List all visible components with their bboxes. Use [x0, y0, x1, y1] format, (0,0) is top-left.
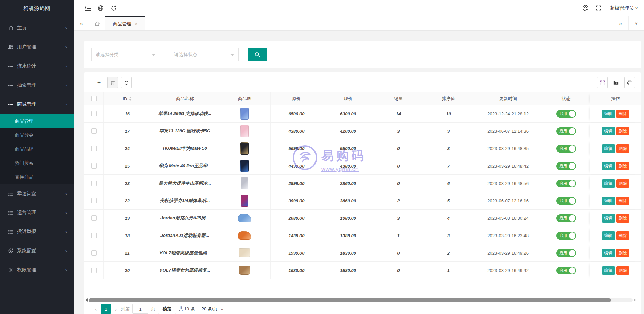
print-icon[interactable]: [624, 77, 635, 88]
status-toggle[interactable]: 启用: [556, 145, 576, 153]
confirm-page-button[interactable]: 确定: [158, 304, 176, 314]
sidebar-subitem-3[interactable]: 热门搜索: [0, 156, 74, 170]
sort-icon[interactable]: [129, 97, 132, 101]
product-image[interactable]: [240, 108, 249, 120]
sidebar-subitem-0[interactable]: 商品管理: [0, 114, 74, 128]
edit-button[interactable]: 编辑: [602, 110, 615, 118]
category-select[interactable]: 请选择分类: [91, 48, 160, 61]
row-checkbox[interactable]: [91, 233, 97, 238]
sidebar-item-2[interactable]: 流水统计∨: [0, 57, 74, 76]
sidebar-item-5[interactable]: 幸运盲盒∨: [0, 184, 74, 203]
page-size-select[interactable]: 20 条/页 ⌄: [198, 304, 227, 314]
edit-button[interactable]: 编辑: [602, 266, 615, 275]
edit-button[interactable]: 编辑: [602, 162, 615, 170]
delete-selected-button[interactable]: [107, 77, 118, 88]
row-checkbox[interactable]: [91, 268, 97, 273]
edit-button[interactable]: 编辑: [602, 197, 615, 205]
row-checkbox[interactable]: [91, 111, 97, 116]
row-checkbox[interactable]: [91, 181, 97, 186]
sidebar-item-8[interactable]: 系统配置∨: [0, 241, 74, 260]
goto-page-input[interactable]: [132, 304, 148, 314]
cell-sort: 10: [423, 105, 474, 122]
status-toggle[interactable]: 启用: [556, 232, 576, 240]
status-toggle[interactable]: 启用: [556, 214, 576, 222]
row-checkbox[interactable]: [91, 250, 97, 256]
product-image[interactable]: [238, 231, 251, 240]
sidebar-item-4[interactable]: 商城管理∧: [0, 95, 74, 114]
refresh-table-button[interactable]: [121, 77, 132, 88]
status-toggle[interactable]: 启用: [556, 249, 576, 257]
edit-button[interactable]: 编辑: [602, 249, 615, 257]
delete-button[interactable]: 删除: [616, 214, 629, 223]
delete-button[interactable]: 删除: [616, 110, 629, 118]
delete-button[interactable]: 删除: [616, 197, 629, 205]
product-image[interactable]: [239, 266, 250, 275]
product-image[interactable]: [239, 248, 250, 257]
sidebar-item-7[interactable]: 投诉举报∨: [0, 222, 74, 241]
tabs-scroll-left-button[interactable]: «: [74, 16, 89, 30]
status-toggle[interactable]: 启用: [556, 110, 576, 118]
sidebar-item-0[interactable]: 主页∨: [0, 18, 74, 38]
product-image[interactable]: [240, 125, 249, 137]
select-all-checkbox[interactable]: [91, 96, 97, 101]
status-toggle[interactable]: 启用: [556, 267, 576, 274]
page-1-button[interactable]: 1: [101, 304, 111, 314]
row-checkbox[interactable]: [91, 163, 97, 169]
edit-button[interactable]: 编辑: [602, 144, 615, 153]
tabs-menu-button[interactable]: ∨: [628, 16, 644, 30]
status-toggle[interactable]: 启用: [556, 180, 576, 187]
prev-page-button[interactable]: ‹: [94, 306, 98, 312]
edit-button[interactable]: 编辑: [602, 127, 615, 135]
row-checkbox[interactable]: [91, 198, 97, 203]
status-toggle[interactable]: 启用: [556, 127, 576, 135]
refresh-icon[interactable]: [107, 0, 120, 16]
horizontal-scrollbar[interactable]: [84, 298, 637, 302]
home-tab-icon[interactable]: [89, 16, 105, 30]
next-page-button[interactable]: ›: [114, 306, 118, 312]
delete-button[interactable]: 删除: [616, 231, 629, 240]
add-button[interactable]: +: [94, 77, 104, 88]
columns-icon[interactable]: [597, 77, 608, 88]
palette-icon[interactable]: [579, 0, 592, 16]
search-button[interactable]: [248, 48, 267, 61]
product-image[interactable]: [238, 214, 251, 222]
row-checkbox[interactable]: [91, 215, 97, 221]
close-icon[interactable]: ×: [135, 21, 138, 26]
edit-button[interactable]: 编辑: [602, 179, 615, 188]
product-image[interactable]: [241, 177, 248, 189]
row-checkbox[interactable]: [91, 146, 97, 151]
scroll-right-arrow-icon[interactable]: [634, 298, 636, 302]
sidebar-item-1[interactable]: 用户管理∨: [0, 38, 74, 57]
sidebar-item-3[interactable]: 抽盒管理∨: [0, 76, 74, 95]
sidebar-subitem-1[interactable]: 商品分类: [0, 128, 74, 142]
tab-goods-management[interactable]: 商品管理 ×: [105, 16, 145, 30]
sidebar-item-6[interactable]: 运营管理∨: [0, 203, 74, 222]
row-checkbox[interactable]: [91, 128, 97, 134]
delete-button[interactable]: 删除: [616, 144, 629, 153]
globe-icon[interactable]: [94, 0, 107, 16]
export-icon[interactable]: [611, 77, 621, 88]
status-select[interactable]: 请选择状态: [170, 48, 239, 61]
menu-fold-icon[interactable]: [81, 0, 94, 16]
status-toggle[interactable]: 启用: [556, 162, 576, 170]
scrollbar-track[interactable]: [89, 298, 633, 302]
delete-button[interactable]: 删除: [616, 127, 629, 135]
sidebar-subitem-2[interactable]: 商品品牌: [0, 142, 74, 156]
delete-button[interactable]: 删除: [616, 162, 629, 170]
product-image[interactable]: [240, 160, 249, 172]
product-image[interactable]: [241, 195, 248, 207]
delete-button[interactable]: 删除: [616, 266, 629, 275]
delete-button[interactable]: 删除: [616, 249, 629, 257]
scroll-left-arrow-icon[interactable]: [85, 298, 88, 302]
admin-dropdown[interactable]: 超级管理员 ∨: [605, 5, 638, 11]
sidebar-item-9[interactable]: 权限管理∨: [0, 260, 74, 280]
sidebar-subitem-4[interactable]: 置换商品: [0, 170, 74, 184]
status-toggle[interactable]: 启用: [556, 197, 576, 205]
delete-button[interactable]: 删除: [616, 179, 629, 188]
edit-button[interactable]: 编辑: [602, 214, 615, 223]
edit-button[interactable]: 编辑: [602, 231, 615, 240]
product-image[interactable]: [240, 142, 249, 155]
scrollbar-thumb[interactable]: [89, 298, 611, 302]
tabs-scroll-right-button[interactable]: »: [613, 16, 628, 30]
fullscreen-icon[interactable]: [592, 0, 605, 16]
